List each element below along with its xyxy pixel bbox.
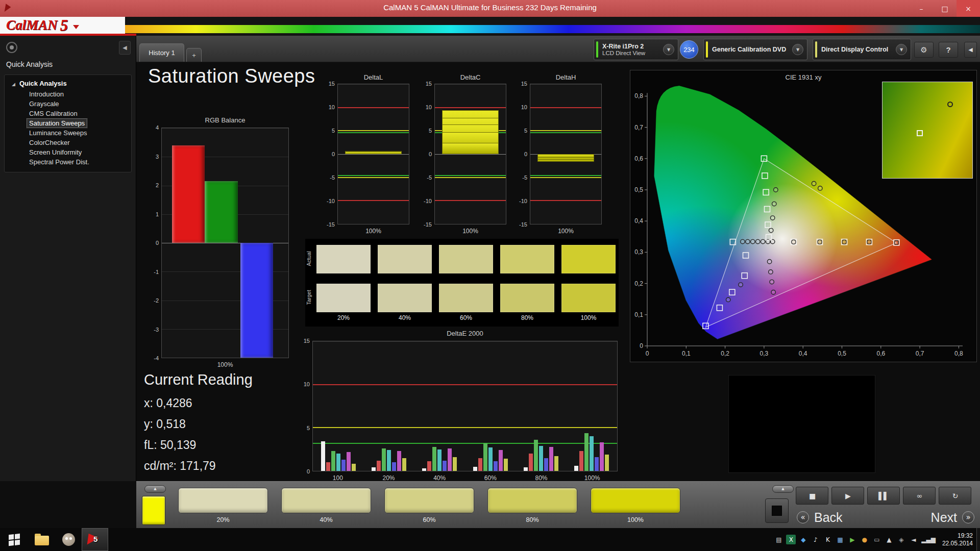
source-selector[interactable]: Generic Calibration DVD ▼ — [703, 39, 807, 60]
meter-selector[interactable]: X-Rite i1Pro 2 LCD Direct View ▼ — [594, 39, 678, 60]
saturation-swatch-60%[interactable]: 60% — [384, 488, 474, 525]
close-button[interactable]: × — [957, 0, 980, 17]
source-text: Generic Calibration DVD — [712, 46, 789, 53]
tray-network-icon[interactable]: ▂▄▆ — [921, 535, 936, 544]
display-text: Direct Display Control — [821, 46, 892, 53]
loop-button[interactable]: ∞ — [903, 487, 936, 505]
measured-point — [770, 280, 774, 284]
tray-tablet-icon[interactable]: ▤ — [774, 535, 783, 544]
tray-player-icon[interactable]: ▶ — [847, 535, 857, 544]
target-swatch-100% — [561, 284, 616, 312]
tray-display-icon[interactable]: ▭ — [872, 535, 881, 544]
chart-title: DeltaC — [434, 73, 506, 81]
meter-dropdown-icon[interactable]: ▼ — [663, 44, 674, 55]
delta-e-bar — [529, 454, 533, 471]
saturation-swatch-80%[interactable]: 80% — [487, 488, 577, 525]
play-button[interactable]: ▶ — [831, 487, 864, 505]
black-square-icon — [772, 506, 782, 516]
start-button[interactable] — [0, 528, 29, 551]
delta-e-bar — [432, 447, 436, 471]
swatch-col-label: 80% — [521, 314, 533, 321]
minimize-button[interactable]: – — [910, 0, 933, 17]
swatch-color — [281, 488, 371, 513]
controls-scroll-up-button[interactable]: ▲ — [772, 485, 794, 493]
reading-line: y: 0,518 — [144, 417, 253, 431]
swatch-scroll-up-button[interactable]: ▲ — [144, 485, 166, 493]
show-desktop-button[interactable] — [976, 528, 980, 551]
sidebar-item-spectral-power-dist-[interactable]: Spectral Power Dist. — [5, 157, 131, 167]
clock-time: 19:32 — [942, 532, 973, 540]
gridline — [162, 358, 288, 358]
measured-point — [769, 270, 773, 274]
display-control-selector[interactable]: Direct Display Control ▼ — [813, 39, 911, 60]
x-tick-label: 0,2 — [721, 350, 729, 357]
source-name: Generic Calibration DVD — [712, 46, 789, 53]
display-dropdown-icon[interactable]: ▼ — [896, 44, 907, 55]
next-button[interactable]: Next » — [887, 507, 974, 528]
rgb-bar-blue — [240, 243, 273, 358]
sidebar-item-grayscale[interactable]: Grayscale — [5, 99, 131, 109]
taskbar-calman-button[interactable]: 5 — [82, 528, 108, 551]
taskbar-explorer-button[interactable] — [29, 528, 55, 551]
delta-e-bar — [584, 433, 589, 471]
tray-k-icon[interactable]: K — [823, 535, 832, 544]
measured-point — [818, 186, 822, 190]
delta-e-bar — [534, 440, 538, 471]
back-button[interactable]: « Back — [797, 507, 883, 528]
tab-history-1[interactable]: History 1 — [139, 43, 184, 62]
add-tab-button[interactable]: + — [186, 48, 202, 62]
actual-swatch-20% — [316, 245, 371, 273]
stop-button[interactable]: ■ — [796, 487, 828, 505]
gridline — [338, 224, 409, 224]
y-tick-label: 10 — [521, 104, 527, 110]
maximize-button[interactable]: □ — [933, 0, 957, 17]
brand-menu-caret-icon[interactable] — [73, 25, 79, 29]
calman-logo[interactable]: CalMAN 5 — [0, 17, 125, 34]
help-button[interactable]: ? — [939, 42, 958, 58]
source-dropdown-icon[interactable]: ▼ — [792, 44, 803, 55]
tray-vpn-icon[interactable]: ▲ — [884, 535, 894, 544]
continuous-button[interactable]: ↻ — [939, 487, 971, 505]
tray-calendar-icon[interactable]: ▦ — [835, 535, 845, 544]
sidebar-item-saturation-sweeps[interactable]: Saturation Sweeps — [5, 118, 131, 128]
brand-version: 5 — [60, 16, 68, 35]
y-axis-labels: 43210-1-2-3-4 — [148, 128, 160, 358]
sidebar-item-label: Screen Uniformity — [27, 148, 84, 157]
saturation-swatch-40%[interactable]: 40% — [281, 488, 371, 525]
sidebar-item-luminance-sweeps[interactable]: Luminance Sweeps — [5, 128, 131, 138]
sidebar-item-cms-calibration[interactable]: CMS Calibration — [5, 109, 131, 118]
swatch-table: Actual Target 20%40%60%80%100% — [305, 239, 619, 327]
delta-e-bar — [574, 466, 578, 471]
sidebar-root-label: Quick Analysis — [19, 80, 67, 87]
pause-button[interactable]: ▌▌ — [867, 487, 900, 505]
saturation-swatch-100%[interactable]: 100% — [591, 488, 680, 525]
taskbar-gimp-button[interactable] — [55, 528, 82, 551]
delta-e-bar — [453, 457, 457, 471]
sidebar-item-colorchecker[interactable]: ColorChecker — [5, 138, 131, 147]
saturation-swatch-20%[interactable]: 20% — [178, 488, 268, 525]
taskbar-clock[interactable]: 19:32 22.05.2014 — [942, 532, 973, 547]
tray-audio-icon[interactable]: ◄ — [909, 535, 918, 544]
sidebar-item-introduction[interactable]: Introduction — [5, 89, 131, 99]
calman-icon: 5 — [88, 533, 102, 546]
x-tick-label: 0,6 — [876, 350, 885, 357]
measurement-count-badge[interactable]: 234 — [680, 40, 698, 59]
tray-volume-icon[interactable]: ♪ — [811, 535, 820, 544]
toolbar-collapse-button[interactable]: ◀ — [964, 42, 977, 58]
tray-usb-icon[interactable]: ◈ — [896, 535, 906, 544]
sidebar-root-item[interactable]: ◢Quick Analysis — [5, 78, 131, 89]
measured-point — [769, 228, 773, 232]
tray-update-icon[interactable]: ● — [860, 535, 869, 544]
active-color-swatch[interactable] — [142, 496, 165, 525]
delta-e-2000-chart: DeltaE 2000 151050 10020%40%60%80%100% — [300, 330, 619, 481]
tray-sync-icon[interactable]: ◆ — [798, 535, 808, 544]
delta-l-plot — [337, 84, 409, 224]
tray-excel-icon[interactable]: X — [786, 535, 796, 544]
y-tick-label: 0 — [640, 342, 643, 349]
sidebar-collapse-button[interactable]: ◀ — [119, 41, 131, 55]
settings-gear-button[interactable]: ⚙ — [914, 42, 934, 58]
blackout-button[interactable] — [765, 498, 789, 523]
swatch-col-label: 100% — [581, 314, 597, 321]
sidebar-item-screen-uniformity[interactable]: Screen Uniformity — [5, 147, 131, 157]
x-tick-label: 80% — [535, 474, 547, 482]
